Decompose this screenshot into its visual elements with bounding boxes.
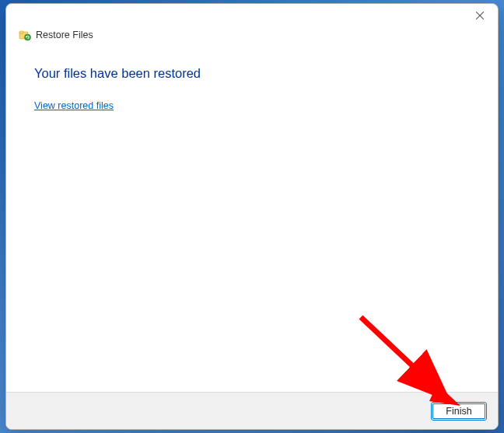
finish-button[interactable]: Finish (431, 402, 487, 421)
close-icon (476, 9, 484, 22)
dialog-content: Your files have been restored View resto… (6, 46, 498, 392)
dialog-title: Restore Files (36, 30, 93, 40)
restore-files-icon (19, 29, 31, 41)
restore-files-dialog: Restore Files Your files have been resto… (5, 3, 499, 430)
titlebar (6, 4, 498, 29)
close-button[interactable] (462, 4, 498, 27)
svg-rect-3 (19, 31, 23, 33)
view-restored-files-link[interactable]: View restored files (34, 100, 114, 111)
svg-point-4 (25, 34, 31, 40)
dialog-footer: Finish (6, 392, 498, 429)
dialog-header: Restore Files (6, 29, 498, 46)
main-heading: Your files have been restored (34, 66, 470, 81)
